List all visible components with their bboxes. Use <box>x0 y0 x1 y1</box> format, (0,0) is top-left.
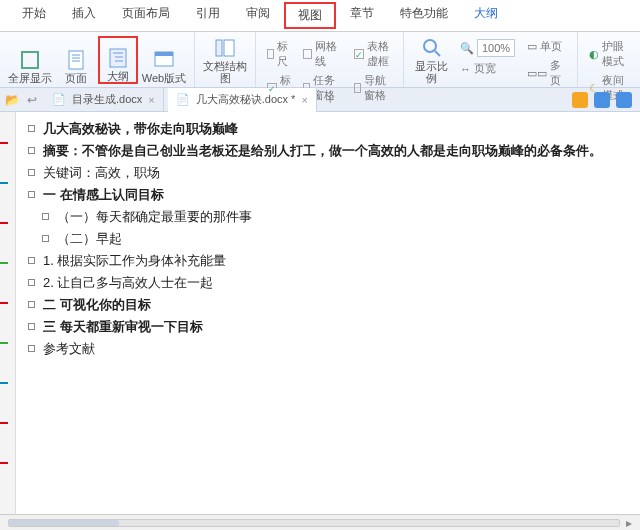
outline-item[interactable]: 二 可视化你的目标 <box>28 294 628 316</box>
doc-tab-2[interactable]: 📄 几大高效秘诀.docx * × <box>168 88 317 112</box>
outline-item[interactable]: 几大高效秘诀，带你走向职场巅峰 <box>28 118 628 140</box>
outline-bullet <box>28 323 35 330</box>
svg-rect-10 <box>155 52 173 56</box>
scroll-right-icon[interactable]: ▸ <box>626 516 632 530</box>
zoom-value[interactable]: 100% <box>477 39 515 57</box>
outline-item[interactable]: 2. 让自己多与高效人士在一起 <box>28 272 628 294</box>
outline-item[interactable]: （二）早起 <box>42 228 628 250</box>
outline-item[interactable]: 参考文献 <box>28 338 628 360</box>
outline-bullet <box>42 213 49 220</box>
horizontal-scrollbar[interactable] <box>8 519 620 527</box>
ribbon-group-mode: ◐护眼模式 ☾夜间模式 <box>578 32 640 87</box>
multi-page-button[interactable]: ▭▭多页 <box>524 57 569 89</box>
fullscreen-button[interactable]: 全屏显示 <box>6 36 54 84</box>
multi-page-icon: ▭▭ <box>527 67 547 80</box>
page-view-button[interactable]: 页面 <box>56 36 96 84</box>
outline-bullet <box>28 345 35 352</box>
outline-text: 参考文献 <box>43 338 628 360</box>
zoom-value-row[interactable]: 🔍100% <box>457 38 518 58</box>
cloud-icons <box>572 92 636 108</box>
outline-text: （一）每天都确定最重要的那件事 <box>57 206 628 228</box>
menu-bar: 开始插入页面布局引用审阅视图章节特色功能大纲 <box>0 0 640 32</box>
nav-check[interactable]: 导航窗格 <box>351 72 396 104</box>
doc-tab-1-label: 目录生成.docx <box>72 92 142 107</box>
menu-tab[interactable]: 章节 <box>338 2 386 29</box>
menu-tab[interactable]: 插入 <box>60 2 108 29</box>
doc-tab-1[interactable]: 📄 目录生成.docx × <box>44 88 164 112</box>
fullscreen-label: 全屏显示 <box>8 72 52 84</box>
ribbon-group-show: 标尺 标记 网格线 任务窗格 表格虚框 导航窗格 <box>256 32 404 87</box>
web-view-label: Web版式 <box>142 72 186 84</box>
outline-text: 一 在情感上认同目标 <box>43 184 628 206</box>
close-icon[interactable]: × <box>148 94 154 106</box>
menu-tab[interactable]: 页面布局 <box>110 2 182 29</box>
ribbon: 全屏显示 页面 大纲 Web版式 文档结构图 标尺 标记 网格线 任务窗格 表格… <box>0 32 640 88</box>
grid-check[interactable]: 网格线 <box>300 38 345 70</box>
menu-tab[interactable]: 审阅 <box>234 2 282 29</box>
zoom-button[interactable]: 显示比例 <box>410 36 453 84</box>
outline-bullet <box>42 235 49 242</box>
web-view-button[interactable]: Web版式 <box>140 36 188 84</box>
menu-tab[interactable]: 视图 <box>284 2 336 29</box>
web-icon <box>154 50 174 70</box>
outline-text: 几大高效秘诀，带你走向职场巅峰 <box>43 118 628 140</box>
outline-item[interactable]: 三 每天都重新审视一下目标 <box>28 316 628 338</box>
outline-bullet <box>28 191 35 198</box>
svg-rect-12 <box>224 40 234 56</box>
outline-text: 三 每天都重新审视一下目标 <box>43 316 628 338</box>
menu-tab[interactable]: 开始 <box>10 2 58 29</box>
outline-icon <box>108 48 128 68</box>
left-ruler <box>0 112 16 530</box>
outline-bullet <box>28 279 35 286</box>
outline-item[interactable]: 关键词：高效，职场 <box>28 162 628 184</box>
cloud-badge-2[interactable] <box>594 92 610 108</box>
outline-item[interactable]: 一 在情感上认同目标 <box>28 184 628 206</box>
outline-bullet <box>28 125 35 132</box>
outline-text: 二 可视化你的目标 <box>43 294 628 316</box>
status-bar: ▸ <box>0 514 640 530</box>
menu-tab[interactable]: 特色功能 <box>388 2 460 29</box>
fit-width-button[interactable]: ↔页宽 <box>457 60 518 77</box>
doc-tab-2-label: 几大高效秘诀.docx * <box>196 92 296 107</box>
outline-page[interactable]: 几大高效秘诀，带你走向职场巅峰摘要：不管你是自己创业当老板还是给别人打工，做一个… <box>16 112 640 530</box>
single-page-button[interactable]: ▭单页 <box>524 38 569 55</box>
eye-mode-button[interactable]: ◐护眼模式 <box>586 38 632 70</box>
outline-item[interactable]: 摘要：不管你是自己创业当老板还是给别人打工，做一个高效的人都是走向职场巅峰的必备… <box>28 140 628 162</box>
outline-text: 关键词：高效，职场 <box>43 162 628 184</box>
docmap-button[interactable]: 文档结构图 <box>201 36 249 84</box>
docmap-icon <box>215 38 235 58</box>
zoom-label: 显示比例 <box>410 60 453 84</box>
cloud-badge-3[interactable] <box>616 92 632 108</box>
ribbon-group-view: 全屏显示 页面 大纲 Web版式 <box>0 32 195 87</box>
outline-text: 2. 让自己多与高效人士在一起 <box>43 272 628 294</box>
back-icon[interactable]: ↩ <box>24 92 40 108</box>
outline-bullet <box>28 257 35 264</box>
doc-icon: 📄 <box>52 93 66 106</box>
doc-icon: 📄 <box>176 93 190 106</box>
docmap-label: 文档结构图 <box>201 60 249 84</box>
add-tab-button[interactable]: + <box>321 93 340 107</box>
fullscreen-icon <box>20 50 40 70</box>
ribbon-group-docmap: 文档结构图 <box>195 32 256 87</box>
ruler-check[interactable]: 标尺 <box>264 38 294 70</box>
fitwidth-icon: ↔ <box>460 63 471 75</box>
page-view-label: 页面 <box>65 72 87 84</box>
zoom-lens-icon: 🔍 <box>460 42 474 55</box>
single-page-icon: ▭ <box>527 40 537 53</box>
menu-tab[interactable]: 大纲 <box>462 2 510 29</box>
outline-item[interactable]: 1. 根据实际工作为身体补充能量 <box>28 250 628 272</box>
outline-item[interactable]: （一）每天都确定最重要的那件事 <box>42 206 628 228</box>
cloud-badge-1[interactable] <box>572 92 588 108</box>
outline-view-label: 大纲 <box>107 70 129 82</box>
outline-bullet <box>28 169 35 176</box>
menu-tab[interactable]: 引用 <box>184 2 232 29</box>
eye-icon: ◐ <box>589 48 599 61</box>
tablevis-check[interactable]: 表格虚框 <box>351 38 396 70</box>
close-icon[interactable]: × <box>301 94 307 106</box>
svg-point-13 <box>424 40 436 52</box>
svg-rect-5 <box>110 49 126 67</box>
svg-rect-0 <box>22 52 38 68</box>
outline-text: 摘要：不管你是自己创业当老板还是给别人打工，做一个高效的人都是走向职场巅峰的必备… <box>43 140 628 162</box>
outline-view-button[interactable]: 大纲 <box>98 36 138 84</box>
open-folder-icon[interactable]: 📂 <box>4 92 20 108</box>
